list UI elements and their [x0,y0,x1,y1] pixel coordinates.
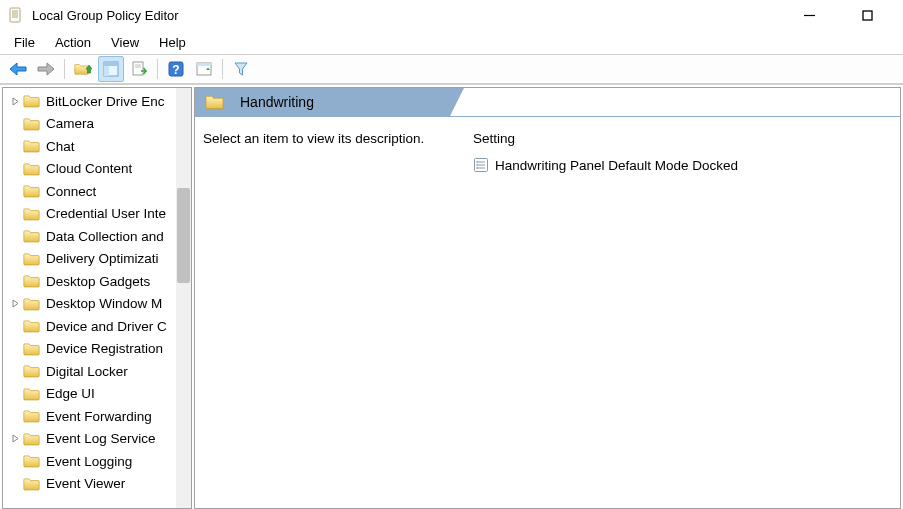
expand-icon [9,388,21,400]
toolbar-separator [157,59,158,79]
show-hide-tree-button[interactable] [98,56,124,82]
expand-icon [9,320,21,332]
svg-rect-15 [104,62,118,66]
help-button[interactable]: ? [163,56,189,82]
tree-item-label: Desktop Window M [46,296,162,311]
menu-action[interactable]: Action [45,32,101,53]
expand-icon[interactable] [9,95,21,107]
folder-icon [23,184,40,198]
expand-icon[interactable] [9,433,21,445]
tree-item-label: Edge UI [46,386,95,401]
forward-button[interactable] [33,56,59,82]
maximize-button[interactable] [849,3,885,27]
expand-icon [9,343,21,355]
tree-item-label: Camera [46,116,94,131]
tree-item-label: Event Log Service [46,431,156,446]
detail-list: Setting Handwriting Panel Default Mode D… [473,131,892,176]
window-title: Local Group Policy Editor [32,8,791,23]
tree-item[interactable]: BitLocker Drive Enc [3,90,191,113]
folder-icon [23,252,40,266]
folder-icon [23,342,40,356]
tree-item[interactable]: Cloud Content [3,158,191,181]
back-button[interactable] [5,56,31,82]
folder-icon [205,94,224,110]
folder-icon [23,364,40,378]
app-icon [8,7,24,23]
detail-header-title: Handwriting [240,94,314,110]
tree-item[interactable]: Credential User Inte [3,203,191,226]
svg-text:?: ? [172,63,179,77]
tree-scroll-thumb[interactable] [177,188,190,283]
tree-item[interactable]: Event Forwarding [3,405,191,428]
folder-icon [23,432,40,446]
expand-icon [9,140,21,152]
menu-view[interactable]: View [101,32,149,53]
setting-label: Handwriting Panel Default Mode Docked [495,158,738,173]
export-button[interactable] [126,56,152,82]
toolbar-separator [222,59,223,79]
tree-item[interactable]: Event Logging [3,450,191,473]
tree-item[interactable]: Device and Driver C [3,315,191,338]
folder-icon [23,274,40,288]
expand-icon [9,365,21,377]
minimize-button[interactable] [791,3,827,27]
svg-rect-17 [133,62,143,75]
window-controls [791,3,895,27]
tree-list[interactable]: BitLocker Drive EncCameraChatCloud Conte… [3,88,191,508]
expand-icon [9,208,21,220]
tree-item[interactable]: Camera [3,113,191,136]
tree-item-label: Credential User Inte [46,206,166,221]
detail-header-band: Handwriting [195,88,450,116]
expand-icon [9,185,21,197]
tree-item-label: BitLocker Drive Enc [46,94,165,109]
detail-panel: Handwriting Select an item to view its d… [194,87,901,509]
tree-item[interactable]: Event Log Service [3,428,191,451]
tree-item[interactable]: Edge UI [3,383,191,406]
detail-description: Select an item to view its description. [203,131,453,176]
tree-item-label: Cloud Content [46,161,132,176]
up-button[interactable] [70,56,96,82]
setting-icon [473,157,489,173]
expand-icon [9,253,21,265]
menu-file[interactable]: File [4,32,45,53]
tree-item-label: Event Viewer [46,476,125,491]
tree-item-label: Desktop Gadgets [46,274,150,289]
folder-icon [23,139,40,153]
tree-item-label: Digital Locker [46,364,128,379]
tree-item[interactable]: Digital Locker [3,360,191,383]
tree-item[interactable]: Device Registration [3,338,191,361]
tree-item-label: Event Logging [46,454,132,469]
tree-item-label: Event Forwarding [46,409,152,424]
folder-icon [23,387,40,401]
tree-item[interactable]: Data Collection and [3,225,191,248]
folder-icon [23,229,40,243]
folder-icon [23,409,40,423]
tree-item[interactable]: Desktop Gadgets [3,270,191,293]
expand-icon [9,410,21,422]
toolbar-separator [64,59,65,79]
tree-scrollbar[interactable] [176,88,191,508]
tree-item-label: Device Registration [46,341,163,356]
column-header-setting[interactable]: Setting [473,131,892,146]
tree-item[interactable]: Event Viewer [3,473,191,496]
tree-item-label: Delivery Optimizati [46,251,159,266]
folder-icon [23,117,40,131]
properties-button[interactable] [191,56,217,82]
menu-bar: File Action View Help [0,30,903,54]
expand-icon [9,455,21,467]
tree-item[interactable]: Desktop Window M [3,293,191,316]
toolbar: ? [0,54,903,84]
menu-help[interactable]: Help [149,32,196,53]
folder-icon [23,319,40,333]
folder-icon [23,207,40,221]
folder-icon [23,477,40,491]
expand-icon[interactable] [9,298,21,310]
folder-icon [23,94,40,108]
tree-item[interactable]: Chat [3,135,191,158]
svg-rect-13 [863,11,872,20]
filter-button[interactable] [228,56,254,82]
tree-item[interactable]: Delivery Optimizati [3,248,191,271]
tree-item[interactable]: Connect [3,180,191,203]
tree-item-label: Device and Driver C [46,319,167,334]
setting-row[interactable]: Handwriting Panel Default Mode Docked [473,154,892,176]
